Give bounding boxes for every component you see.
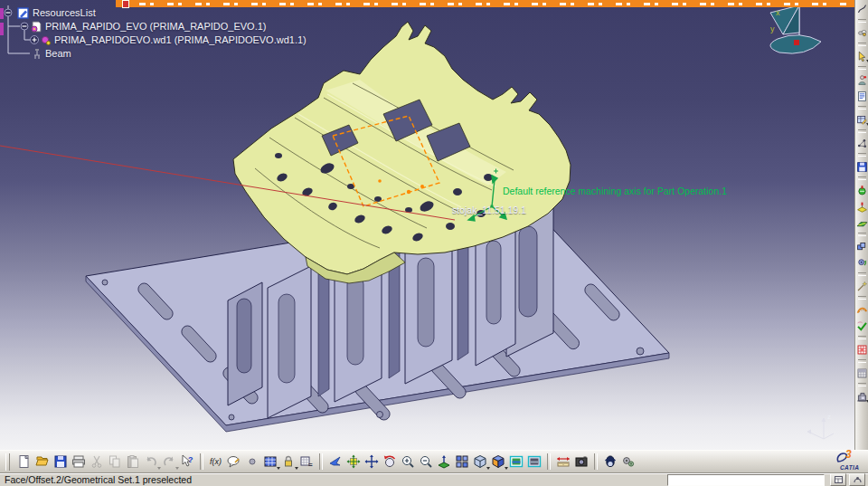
- pan-icon: [364, 454, 379, 469]
- gear-tool-button[interactable]: [620, 453, 637, 470]
- copy-button[interactable]: [107, 453, 123, 470]
- viewmode-icon: [509, 454, 524, 469]
- product-structure-button[interactable]: [855, 240, 868, 253]
- svg-text:?: ?: [188, 455, 193, 464]
- measure-curve-button[interactable]: [855, 303, 868, 316]
- table-button[interactable]: [262, 453, 278, 470]
- cut-button[interactable]: [89, 453, 105, 470]
- design-table-button[interactable]: [855, 113, 868, 126]
- toolbar-separator: [858, 153, 866, 157]
- check-ok-button[interactable]: [855, 319, 868, 332]
- toolbar-separator: [319, 453, 323, 470]
- open-button[interactable]: [34, 453, 51, 470]
- specification-tree[interactable]: ResourcesList PRIMA_RAPIDO_EVO (PRIMA_RA…: [0, 0, 298, 65]
- right-toolbar[interactable]: [854, 0, 868, 450]
- knowledge-icon: [856, 74, 868, 86]
- toolbar-separator: [858, 296, 866, 300]
- wand-button[interactable]: [855, 280, 868, 292]
- toolbar-separator: [547, 453, 551, 470]
- cross-plate[interactable]: [318, 262, 329, 396]
- dtable-icon: =: [299, 454, 314, 469]
- isocube-icon: [473, 454, 487, 469]
- dialog-toggle-button[interactable]: [849, 473, 865, 486]
- iso-view-button[interactable]: [472, 453, 488, 470]
- fly-mode-button[interactable]: [327, 453, 344, 470]
- curve-tool-button[interactable]: [855, 3, 868, 15]
- lock-button[interactable]: [280, 453, 297, 470]
- machining-axis-annotation: Default reference machining axis for Par…: [503, 186, 727, 196]
- normal-view-button[interactable]: [436, 453, 452, 470]
- gearsync-icon: [856, 257, 868, 269]
- grid-table-button[interactable]: [855, 367, 868, 379]
- swap-visible-space-button[interactable]: [526, 453, 542, 470]
- tree-item[interactable]: ResourcesList: [33, 7, 96, 18]
- capture-button[interactable]: [573, 453, 590, 470]
- brand-mark: 3: [845, 451, 852, 459]
- tree-item[interactable]: PRIMA_RAPIDO_EVO (PRIMA_RAPIDO_EVO.1): [45, 21, 267, 32]
- formula-button[interactable]: f(x): [208, 453, 224, 470]
- svg-text:f(x): f(x): [210, 457, 222, 466]
- pan-button[interactable]: [363, 453, 380, 470]
- doclines-icon: [856, 91, 868, 102]
- gridtbl-icon: [856, 367, 868, 379]
- measure-between-button[interactable]: [555, 453, 571, 470]
- compass-x-label: x: [776, 8, 780, 17]
- lock-icon: [281, 454, 296, 469]
- toolbar-separator: [858, 129, 866, 133]
- fly-insect-button[interactable]: [855, 26, 868, 39]
- nc-table-button[interactable]: [855, 343, 868, 356]
- shading-mode-button[interactable]: [490, 453, 506, 470]
- toolbar-separator: [858, 176, 866, 180]
- bottom-toolbar[interactable]: ?f(x)=: [0, 450, 868, 472]
- fit-all-in-button[interactable]: [345, 453, 362, 470]
- rotate-button[interactable]: [382, 453, 398, 470]
- machining-operation-green-button[interactable]: [855, 184, 868, 196]
- axis-structure-button[interactable]: [855, 137, 868, 149]
- tree-item[interactable]: Beam: [45, 48, 71, 59]
- cut-icon: [90, 454, 104, 469]
- workcell-icon: [42, 36, 50, 44]
- gear-sync-button[interactable]: [855, 256, 868, 269]
- knowledge-button[interactable]: [855, 73, 868, 86]
- 3d-scene[interactable]: [0, 0, 854, 450]
- design-table-button[interactable]: =: [298, 453, 315, 470]
- cubes-icon: [856, 241, 868, 253]
- multi-view-button[interactable]: [454, 453, 470, 470]
- fitall-icon: [346, 454, 361, 469]
- opyellow-icon: [856, 201, 868, 213]
- save-data-button[interactable]: [855, 160, 868, 173]
- undo-button[interactable]: [143, 453, 159, 470]
- save-button[interactable]: [52, 453, 69, 470]
- zoom-in-button[interactable]: [400, 453, 416, 470]
- measure-icon: [556, 454, 571, 469]
- comment-button[interactable]: [226, 453, 242, 470]
- machine-tool-button[interactable]: [855, 390, 868, 403]
- facing-operation-button[interactable]: [855, 216, 868, 229]
- hide-show-button[interactable]: [508, 453, 524, 470]
- rib-slot: [519, 226, 537, 317]
- paste-button[interactable]: [125, 453, 141, 470]
- toolbar-separator: [858, 383, 866, 386]
- new-document-button[interactable]: [16, 453, 33, 470]
- toolbar-grip[interactable]: [5, 453, 10, 471]
- report-list-button[interactable]: [855, 90, 868, 102]
- badge-button[interactable]: [244, 453, 260, 470]
- wand-icon: [856, 281, 868, 292]
- tree-item[interactable]: PRIMA_RAPIDOEVO.wd1 (PRIMA_RAPIDOEVO.wd1…: [54, 34, 307, 45]
- command-history-button[interactable]: [830, 473, 846, 486]
- compass-anchor[interactable]: [794, 40, 799, 45]
- compass-y-label: y: [770, 24, 775, 33]
- select-button[interactable]: [855, 50, 868, 62]
- zoom-out-button[interactable]: [418, 453, 434, 470]
- axis-triad: [807, 418, 834, 439]
- 3d-viewport[interactable]: ResourcesList PRIMA_RAPIDO_EVO (PRIMA_RA…: [0, 0, 854, 450]
- whats-this-button[interactable]: ?: [179, 453, 195, 470]
- redo-button[interactable]: [161, 453, 177, 470]
- beam-icon: [34, 50, 40, 60]
- machining-operation-yellow-button[interactable]: [855, 200, 868, 213]
- triad-z-label: z: [827, 413, 831, 421]
- print-button[interactable]: [71, 453, 87, 470]
- toolbar-separator: [858, 43, 866, 46]
- penguin-tool-button[interactable]: [602, 453, 618, 470]
- power-input-field[interactable]: [667, 474, 825, 486]
